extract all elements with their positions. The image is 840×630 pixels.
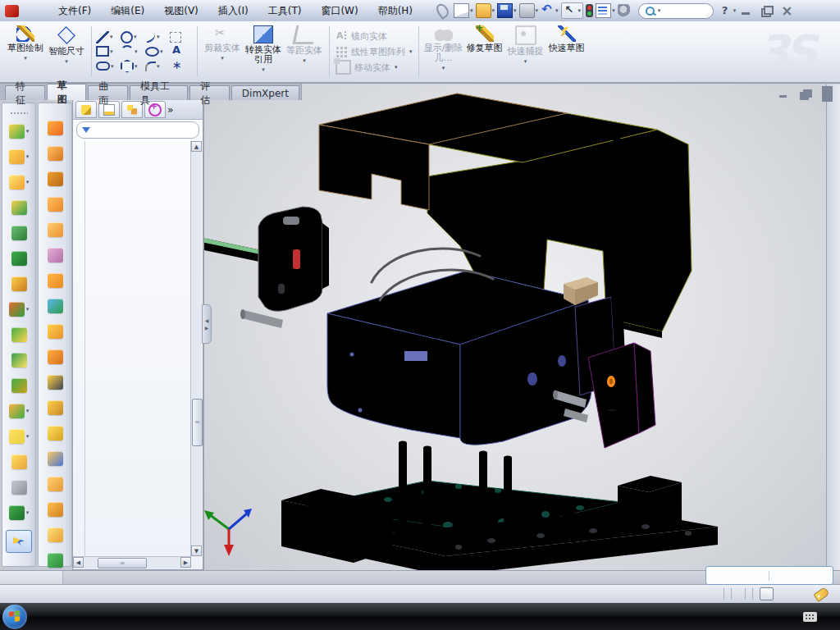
menu-item[interactable]: 视图(V) bbox=[154, 0, 208, 21]
menu-item[interactable]: 编辑(E) bbox=[101, 0, 154, 21]
filter-input[interactable] bbox=[94, 125, 179, 136]
open-icon[interactable] bbox=[476, 3, 491, 18]
reference-geometry-icon[interactable] bbox=[9, 429, 25, 444]
tab-曲面[interactable]: 曲面 bbox=[88, 85, 128, 100]
extruded-boss-icon[interactable] bbox=[9, 124, 25, 139]
scroll-right-button[interactable]: ▶ bbox=[180, 557, 191, 568]
arc-icon[interactable] bbox=[121, 45, 134, 58]
curve-icon-dropdown[interactable]: ▾ bbox=[26, 509, 30, 516]
reference-geometry-icon-dropdown[interactable]: ▾ bbox=[26, 433, 30, 440]
replace-face-icon[interactable] bbox=[48, 400, 63, 415]
slot-icon-cell[interactable]: ▾ bbox=[96, 62, 119, 71]
vertical-scroll-thumb[interactable]: ≡ bbox=[192, 399, 203, 446]
fillet-icon[interactable] bbox=[9, 175, 25, 189]
curve-icon[interactable] bbox=[9, 505, 25, 520]
print-icon[interactable] bbox=[519, 3, 535, 18]
dropdown-arrow-icon[interactable]: ▾ bbox=[395, 64, 398, 71]
ellipse-icon[interactable] bbox=[145, 47, 159, 57]
new-document-icon[interactable] bbox=[454, 3, 469, 18]
dropdown-arrow-icon[interactable]: ▾ bbox=[157, 63, 160, 70]
move-copy-body-icon[interactable] bbox=[9, 404, 25, 418]
help-dropdown-icon[interactable]: ▾ bbox=[733, 7, 737, 14]
fillet-icon-dropdown[interactable]: ▾ bbox=[26, 179, 30, 185]
offset-surface-icon[interactable] bbox=[48, 171, 63, 186]
doc-restore-button[interactable] bbox=[800, 89, 811, 99]
extend-surface-icon[interactable] bbox=[48, 477, 63, 491]
line-icon-cell[interactable]: ▾ bbox=[96, 31, 119, 43]
tab-评估[interactable]: 评估 bbox=[189, 85, 230, 100]
doc-close-button[interactable] bbox=[821, 89, 833, 99]
print-icon-dropdown[interactable]: ▾ bbox=[536, 7, 539, 14]
graphics-viewport[interactable] bbox=[203, 84, 828, 570]
split-tool-icon[interactable] bbox=[11, 327, 27, 342]
extruded-boss-icon-dropdown[interactable]: ▾ bbox=[26, 128, 30, 135]
undo-icon[interactable] bbox=[541, 4, 555, 17]
line-icon[interactable] bbox=[96, 31, 109, 43]
selection-box-icon-cell[interactable] bbox=[170, 32, 193, 43]
tag-icon[interactable] bbox=[813, 587, 829, 602]
status-help-icon[interactable] bbox=[760, 587, 774, 600]
ribbon-button-转换实体引用[interactable]: 转换实体引用▾ bbox=[243, 21, 284, 82]
selection-box-icon[interactable] bbox=[170, 32, 181, 43]
tab-模具工具[interactable]: 模具工具 bbox=[130, 85, 188, 100]
horizontal-scroll-thumb[interactable]: ≡ bbox=[98, 558, 147, 568]
dropdown-arrow-icon[interactable]: ▾ bbox=[409, 48, 413, 55]
ribbon-button-显示/删除几...[interactable]: 显示/删除几...▾ bbox=[423, 21, 464, 82]
split-body-icon[interactable] bbox=[11, 353, 27, 368]
text-icon-cell[interactable] bbox=[170, 45, 193, 57]
start-button[interactable] bbox=[2, 605, 27, 629]
cylinder-icon[interactable] bbox=[48, 553, 63, 568]
ellipse-icon-cell[interactable]: ▾ bbox=[145, 47, 168, 57]
instant3d-icon[interactable] bbox=[6, 530, 32, 553]
flex-icon[interactable] bbox=[48, 121, 63, 135]
undo-icon-dropdown[interactable]: ▾ bbox=[555, 7, 559, 14]
plane-icon[interactable] bbox=[11, 454, 27, 469]
point-icon-cell[interactable] bbox=[170, 60, 193, 72]
boundary-boss-icon[interactable] bbox=[11, 251, 27, 266]
menu-item[interactable]: 窗口(W) bbox=[311, 0, 368, 21]
tab-DimXpert[interactable]: DimXpert bbox=[231, 85, 299, 100]
tree-horizontal-scrollbar[interactable]: ◀ ≡ ▶ bbox=[73, 556, 191, 568]
ribbon-button-修复草图[interactable]: 修复草图 bbox=[464, 21, 505, 82]
ribbon-row-线性草图阵列[interactable]: 线性草图阵列▾ bbox=[336, 45, 413, 58]
freeform-icon[interactable] bbox=[48, 222, 63, 237]
menu-item[interactable]: 插入(I) bbox=[208, 0, 258, 21]
tree-vertical-scrollbar[interactable]: ▲ ≡ ▼ bbox=[190, 141, 202, 556]
lofted-boss-icon[interactable] bbox=[11, 226, 27, 240]
rectangle-icon-cell[interactable]: ▾ bbox=[96, 46, 119, 57]
rectangle-icon[interactable] bbox=[96, 46, 109, 57]
dropdown-arrow-icon[interactable]: ▾ bbox=[110, 34, 113, 40]
open-icon-dropdown[interactable]: ▾ bbox=[492, 7, 495, 14]
menu-item[interactable]: 文件(F) bbox=[48, 0, 101, 21]
trim-surface-icon[interactable] bbox=[48, 502, 63, 517]
slot-icon[interactable] bbox=[96, 62, 110, 71]
scroll-down-button[interactable]: ▼ bbox=[191, 546, 202, 556]
dropdown-arrow-icon[interactable]: ▾ bbox=[110, 48, 113, 55]
save-icon[interactable] bbox=[497, 3, 513, 18]
tree-filter[interactable] bbox=[76, 121, 199, 139]
options-icon[interactable] bbox=[596, 3, 611, 18]
select-icon[interactable] bbox=[564, 4, 578, 17]
delete-face-icon[interactable] bbox=[48, 375, 63, 390]
combine-tool-icon[interactable] bbox=[11, 378, 27, 393]
language-icon[interactable] bbox=[803, 612, 817, 622]
panel-splitter-handle[interactable]: ◀▶ bbox=[202, 304, 212, 344]
intersect-icon[interactable] bbox=[48, 426, 63, 441]
help-icon[interactable] bbox=[719, 4, 733, 17]
spline-icon-cell[interactable]: ▾ bbox=[145, 33, 168, 42]
scroll-up-button[interactable]: ▲ bbox=[191, 141, 202, 152]
polygon-icon-cell[interactable]: ▾ bbox=[121, 60, 144, 73]
save-icon-dropdown[interactable]: ▾ bbox=[514, 7, 517, 14]
bend-icon[interactable] bbox=[48, 349, 63, 364]
options-icon-dropdown[interactable]: ▾ bbox=[612, 7, 615, 14]
thicken-icon[interactable] bbox=[48, 324, 63, 339]
knit-surface-icon[interactable] bbox=[48, 451, 63, 466]
magenta-block-front[interactable] bbox=[588, 343, 639, 448]
tab-特征[interactable]: 特征 bbox=[5, 85, 45, 100]
ribbon-button-剪裁实体[interactable]: 剪裁实体▾ bbox=[202, 21, 243, 82]
ribbon-button-草图绘制[interactable]: 草图绘制▾ bbox=[5, 21, 46, 82]
xpress-products-icon[interactable] bbox=[618, 4, 632, 17]
scroll-left-button[interactable]: ◀ bbox=[73, 557, 84, 568]
spline-icon[interactable] bbox=[144, 31, 158, 43]
deform-icon[interactable] bbox=[48, 248, 63, 262]
